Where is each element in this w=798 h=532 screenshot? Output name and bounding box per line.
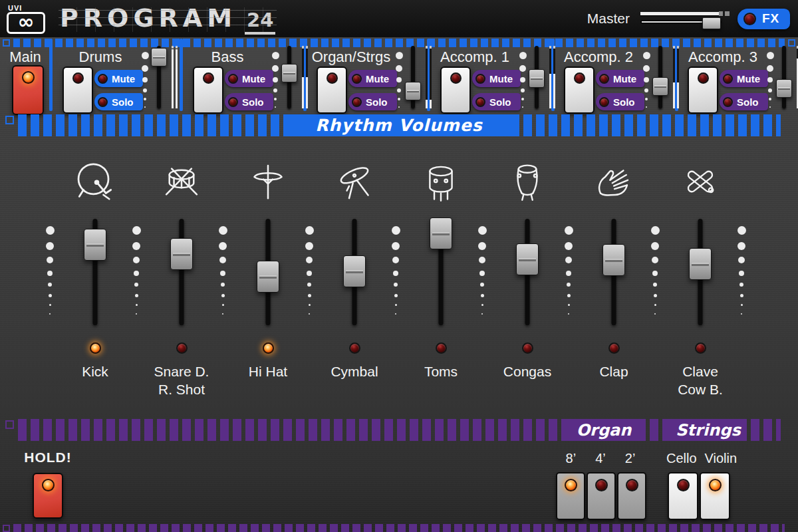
bass-solo-button[interactable]: Solo (225, 93, 273, 110)
fader-track (180, 219, 184, 325)
organ-strgs-solo-led (352, 97, 362, 107)
organ-section-label: Organ (569, 419, 638, 441)
hold-button[interactable] (33, 473, 63, 519)
hihat-fader[interactable] (255, 219, 281, 325)
slider-handle[interactable] (776, 79, 792, 98)
congas-fader[interactable] (514, 219, 541, 325)
accomp-2-mute-button[interactable]: Mute (596, 70, 644, 87)
toms-led (436, 342, 447, 354)
accomp-1-trigger-led (450, 72, 462, 84)
organ-stop-2-button[interactable] (617, 472, 646, 520)
mixer-channel-toms: Toms (401, 153, 481, 380)
channel-strip-accomp-1: Accomp. 1 Mute Solo (434, 48, 547, 112)
claves-icon (680, 153, 720, 210)
snare-label: Snare D.R. Shot (154, 362, 209, 398)
level-scale-dots (141, 52, 149, 108)
accomp-3-mute-button[interactable]: Mute (720, 70, 768, 87)
conga-icon (507, 153, 548, 210)
accomp-1-level-meter (548, 46, 556, 108)
slider-handle[interactable] (652, 77, 668, 96)
master-slider-handle[interactable] (702, 17, 721, 29)
fader-handle[interactable] (516, 243, 539, 275)
master-volume-slider[interactable] (640, 9, 724, 29)
clave-fader[interactable] (687, 219, 714, 325)
drums-volume-slider[interactable] (150, 46, 168, 108)
channel-separator (49, 39, 53, 111)
organ-strgs-mute-button[interactable]: Mute (348, 70, 397, 87)
organ-strgs-trigger-button[interactable] (317, 66, 347, 114)
bass-trigger-button[interactable] (193, 66, 223, 114)
clap-fader[interactable] (600, 219, 627, 325)
fader-handle[interactable] (430, 217, 452, 249)
fader-handle[interactable] (84, 229, 106, 261)
strings-cello-button[interactable] (668, 472, 698, 520)
accomp-2-solo-led (599, 97, 609, 107)
bass-mute-button[interactable]: Mute (225, 70, 273, 87)
drums-mute-button[interactable]: Mute (94, 70, 143, 87)
main-button[interactable] (12, 65, 44, 115)
channel-label: Main (4, 49, 47, 66)
drums-mute-led (98, 74, 108, 84)
slider-handle[interactable] (405, 82, 421, 100)
cymbal-fader[interactable] (341, 219, 368, 325)
accomp-2-mute-led (599, 74, 609, 84)
fader-handle[interactable] (689, 248, 712, 280)
organ-stop-4-button[interactable] (587, 472, 616, 520)
accomp-1-mute-button[interactable]: Mute (472, 70, 521, 87)
title-program: PROGRAM (60, 3, 237, 33)
clave-label: ClaveCow B. (678, 362, 723, 398)
channel-label: Bass (186, 49, 269, 66)
accomp-1-trigger-button[interactable] (440, 66, 471, 114)
drums-level-meter (170, 46, 178, 108)
accomp-1-mute-led (475, 74, 485, 84)
accomp-2-level-meter (672, 46, 680, 108)
fx-button[interactable]: FX (737, 9, 790, 29)
fader-handle[interactable] (343, 255, 366, 287)
accomp-2-volume-slider[interactable] (652, 46, 669, 108)
strings-cello-led (677, 479, 690, 491)
organ-strgs-solo-button[interactable]: Solo (348, 93, 397, 110)
accomp-3-trigger-button[interactable] (688, 66, 718, 114)
stop-label-8: 8’ (566, 451, 577, 466)
bass-volume-slider[interactable] (281, 46, 298, 108)
kick-fader[interactable] (82, 219, 108, 325)
slider-track (782, 46, 786, 108)
kick-label: Kick (82, 362, 108, 380)
organ-strgs-volume-slider[interactable] (404, 46, 422, 108)
accomp-2-trigger-button[interactable] (564, 66, 595, 114)
bottom-controls: HOLD! 8’ 4’ 2’ (0, 447, 798, 521)
mixer-channel-kick: Kick (55, 153, 135, 380)
fader-handle[interactable] (602, 244, 625, 276)
channel-label: Accomp. 1 (434, 49, 516, 66)
hihat-led (263, 342, 274, 354)
slider-handle[interactable] (529, 69, 545, 88)
accomp-3-solo-button[interactable]: Solo (720, 93, 768, 110)
rhythm-volumes-banner: Rhythm Volumes (5, 114, 793, 136)
accomp-3-solo-led (723, 97, 733, 107)
slider-handle[interactable] (151, 48, 167, 66)
fader-handle[interactable] (257, 261, 279, 293)
hi-hat-icon (247, 153, 289, 210)
cymbal-icon (333, 153, 376, 210)
drums-trigger-button[interactable] (63, 66, 93, 114)
snare-fader[interactable] (168, 219, 195, 325)
channel-strip-organ-strgs: Organ/Strgs Mute Solo (310, 48, 423, 112)
channel-label: Accomp. 2 (557, 49, 640, 66)
solo-label: Solo (366, 96, 388, 108)
drums-solo-button[interactable]: Solo (94, 93, 143, 110)
mute-label: Mute (366, 73, 389, 84)
strings-violin-button[interactable] (700, 472, 730, 520)
accomp-3-volume-slider[interactable] (775, 46, 793, 108)
accomp-2-solo-button[interactable]: Solo (596, 93, 644, 110)
accomp-1-volume-slider[interactable] (528, 46, 545, 108)
accomp-3-mute-led (723, 74, 733, 84)
kick-led (90, 342, 101, 354)
fader-handle[interactable] (170, 238, 193, 270)
organ-stop-8-button[interactable] (556, 472, 585, 520)
slider-handle[interactable] (281, 64, 297, 82)
accomp-1-solo-button[interactable]: Solo (472, 93, 521, 110)
program24-app: UVI ∞ PROGRAM 24 Master FX (0, 0, 798, 532)
toms-fader[interactable] (428, 219, 454, 325)
drums-solo-led (98, 97, 108, 107)
kick-drum-icon (72, 153, 118, 210)
